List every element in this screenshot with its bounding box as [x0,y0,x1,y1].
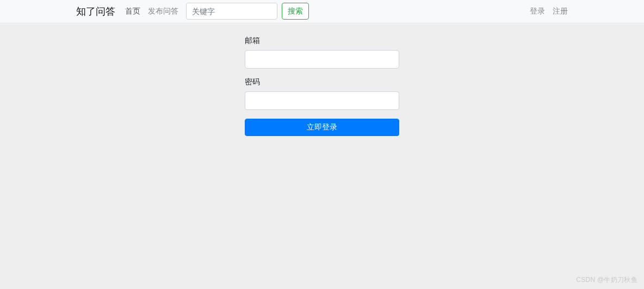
search-button[interactable]: 搜索 [282,3,309,20]
password-field[interactable] [245,91,399,110]
nav-login-link[interactable]: 登录 [530,7,545,16]
watermark: CSDN @牛奶刀秋鱼 [576,275,637,285]
search-input[interactable] [186,3,277,20]
nav-right: 登录 注册 [522,7,568,16]
login-form-container: 邮箱 密码 立即登录 [245,36,399,136]
login-submit-button[interactable]: 立即登录 [245,119,399,136]
password-label: 密码 [245,77,399,87]
email-field[interactable] [245,50,399,69]
nav-post-link[interactable]: 发布问答 [148,7,178,16]
brand: 知了问答 [76,5,115,18]
nav-home-link[interactable]: 首页 [125,7,140,16]
password-form-group: 密码 [245,77,399,110]
search-form: 搜索 [186,3,309,20]
nav-register-link[interactable]: 注册 [553,7,568,16]
email-form-group: 邮箱 [245,36,399,69]
nav-left: 知了问答 首页 发布问答 搜索 [76,3,309,20]
email-label: 邮箱 [245,36,399,46]
navbar: 知了问答 首页 发布问答 搜索 登录 注册 [0,0,644,23]
